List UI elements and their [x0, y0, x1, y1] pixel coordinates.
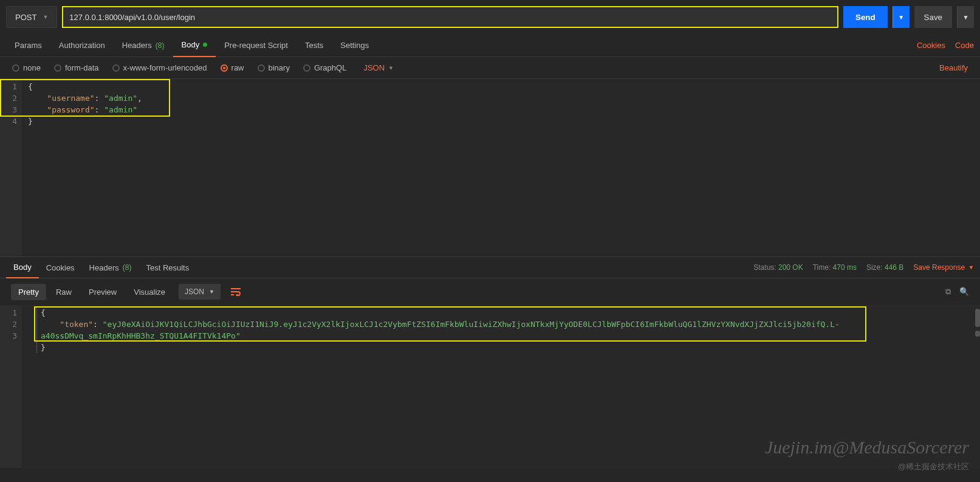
radio-icon: [54, 64, 61, 72]
watermark: Juejin.im@MedusaSorcerer: [765, 437, 969, 458]
chevron-down-icon: ▼: [388, 65, 394, 71]
copy-icon[interactable]: ⧉: [945, 287, 951, 297]
scrollbar[interactable]: [975, 309, 980, 327]
highlight-annotation: [0, 79, 170, 117]
tab-headers-label: Headers: [122, 41, 152, 50]
http-method-label: POST: [15, 13, 36, 22]
http-method-dropdown[interactable]: POST ▼: [6, 6, 57, 28]
save-response-dropdown[interactable]: Save Response ▼: [913, 263, 974, 272]
time-value: 470 ms: [833, 263, 857, 272]
tab-settings[interactable]: Settings: [332, 34, 377, 57]
chevron-down-icon: ▼: [43, 14, 48, 20]
radio-icon: [258, 64, 265, 72]
radio-selected-icon: [221, 64, 228, 72]
tab-body[interactable]: Body: [173, 34, 216, 57]
response-tabs: Body Cookies Headers (8) Test Results St…: [0, 256, 980, 278]
code-link[interactable]: Code: [955, 41, 974, 50]
body-raw[interactable]: raw: [221, 63, 244, 72]
chevron-down-icon: ▼: [209, 289, 214, 295]
credit-text: @稀土掘金技术社区: [898, 461, 969, 472]
rtab-cookies[interactable]: Cookies: [39, 256, 82, 278]
body-active-dot-icon: [203, 43, 207, 47]
request-tabs: Params Authorization Headers (8) Body Pr…: [0, 34, 980, 57]
tab-headers[interactable]: Headers (8): [114, 34, 173, 57]
view-preview[interactable]: Preview: [81, 284, 124, 300]
response-view-row: Pretty Raw Preview Visualize JSON ▼ ⧉ 🔍: [0, 278, 980, 305]
chevron-down-icon: ▼: [968, 264, 974, 270]
body-language-dropdown[interactable]: JSON ▼: [363, 63, 394, 72]
send-button[interactable]: Send: [843, 6, 888, 28]
body-type-row: none form-data x-www-form-urlencoded raw…: [0, 57, 980, 79]
body-graphql[interactable]: GraphQL: [303, 63, 346, 72]
url-input[interactable]: [62, 6, 838, 28]
status-value: 200 OK: [778, 263, 803, 272]
body-formdata[interactable]: form-data: [54, 63, 99, 72]
tab-tests[interactable]: Tests: [296, 34, 332, 57]
send-dropdown[interactable]: ▼: [893, 6, 910, 28]
response-language-dropdown[interactable]: JSON ▼: [179, 284, 221, 300]
rtab-headers[interactable]: Headers (8): [82, 256, 139, 278]
tab-prerequest[interactable]: Pre-request Script: [216, 34, 296, 57]
time-label: Time:: [813, 263, 831, 272]
view-pretty[interactable]: Pretty: [11, 284, 46, 300]
tab-authorization[interactable]: Authorization: [50, 34, 114, 57]
highlight-annotation: [34, 306, 866, 342]
body-binary[interactable]: binary: [258, 63, 290, 72]
status-label: Status:: [753, 263, 776, 272]
search-icon[interactable]: 🔍: [959, 287, 969, 297]
save-dropdown[interactable]: ▼: [957, 6, 974, 28]
radio-icon: [112, 64, 120, 72]
size-label: Size:: [866, 263, 883, 272]
body-xwww[interactable]: x-www-form-urlencoded: [112, 63, 207, 72]
rtab-body[interactable]: Body: [6, 256, 39, 278]
size-value: 446 B: [885, 263, 903, 272]
body-none[interactable]: none: [12, 63, 41, 72]
radio-icon: [12, 64, 19, 72]
tab-body-label: Body: [182, 40, 200, 49]
line-gutter: 1 2 3: [0, 305, 22, 468]
scrollbar[interactable]: [975, 331, 980, 337]
wrap-lines-icon[interactable]: [227, 283, 245, 300]
view-visualize[interactable]: Visualize: [126, 284, 173, 300]
save-button[interactable]: Save: [914, 6, 952, 28]
beautify-link[interactable]: Beautify: [939, 63, 968, 72]
radio-icon: [303, 64, 310, 72]
headers-count: (8): [156, 41, 165, 50]
tab-params[interactable]: Params: [6, 34, 50, 57]
view-raw[interactable]: Raw: [49, 284, 79, 300]
request-body-editor[interactable]: 1 2 3 4 { "username": "admin", "password…: [0, 79, 980, 256]
cookies-link[interactable]: Cookies: [917, 41, 945, 50]
rtab-test-results[interactable]: Test Results: [139, 256, 196, 278]
